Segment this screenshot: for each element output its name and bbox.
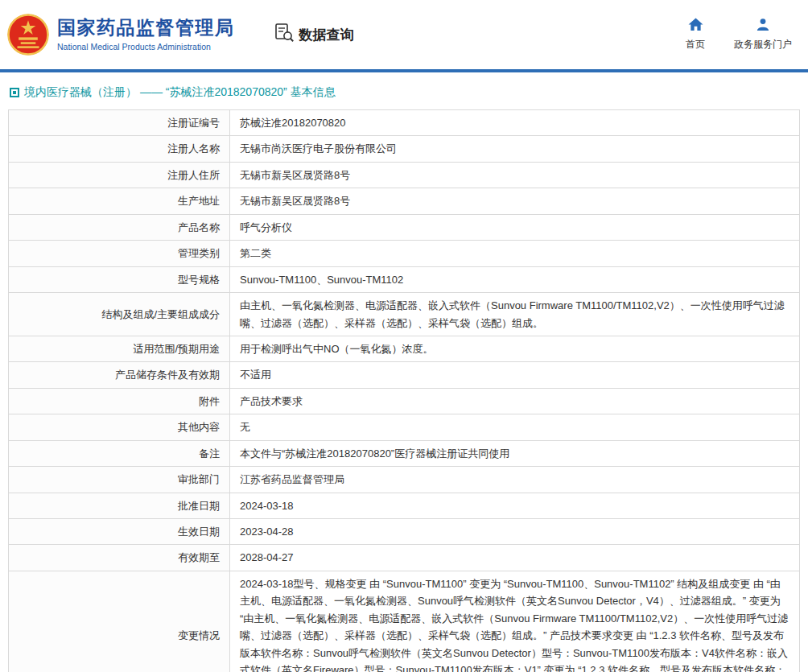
- row-label: 备注: [9, 440, 230, 466]
- row-value-text: 江苏省药品监督管理局: [240, 473, 344, 485]
- registration-info-table: 注册证编号苏械注准20182070820注册人名称无锡市尚沃医疗电子股份有限公司…: [8, 109, 800, 672]
- row-value: 由主机、一氧化氮检测器、电源适配器、嵌入式软件（Sunvou Firmware …: [230, 293, 800, 336]
- row-label-text: 有效期至: [178, 551, 220, 563]
- row-value: 不适用: [230, 362, 800, 388]
- table-row: 变更情况2024-03-18型号、规格变更 由 “Sunvou-TM1100” …: [9, 571, 800, 672]
- brand-text: 国家药品监督管理局 National Medical Products Admi…: [57, 18, 235, 51]
- table-row: 注册人名称无锡市尚沃医疗电子股份有限公司: [9, 136, 800, 162]
- row-label-text: 备注: [199, 447, 220, 460]
- row-value-text: 2028-04-27: [240, 551, 294, 563]
- row-label: 型号规格: [9, 266, 230, 292]
- row-value: 用于检测呼出气中NO（一氧化氮）浓度。: [230, 336, 800, 361]
- row-label-text: 生产地址: [178, 195, 220, 207]
- row-label: 其他内容: [9, 414, 230, 440]
- data-query-nav[interactable]: 数据查询: [274, 23, 354, 47]
- row-value: 江苏省药品监督管理局: [230, 467, 800, 493]
- row-label: 批准日期: [9, 493, 230, 518]
- row-value: 2024-03-18: [230, 493, 800, 518]
- row-value-text: 2024-03-18型号、规格变更 由 “Sunvou-TM1100” 变更为 …: [240, 578, 788, 672]
- row-label: 注册证编号: [9, 110, 230, 136]
- row-value-text: 用于检测呼出气中NO（一氧化氮）浓度。: [240, 343, 434, 355]
- row-label: 结构及组成/主要组成成分: [9, 293, 230, 336]
- row-value-text: 苏械注准20182070820: [240, 117, 346, 129]
- row-label-text: 产品名称: [178, 221, 220, 233]
- site-subtitle: National Medical Products Administration: [57, 42, 235, 52]
- site-title: 国家药品监督管理局: [57, 18, 235, 38]
- row-value-text: 2023-04-28: [240, 526, 294, 538]
- row-value: 产品技术要求: [230, 388, 800, 414]
- row-label: 生效日期: [9, 519, 230, 545]
- table-row: 有效期至2028-04-27: [9, 545, 800, 571]
- row-value: 2028-04-27: [230, 545, 800, 571]
- row-value: Sunvou-TM1100、Sunvou-TM1102: [230, 266, 800, 292]
- row-label-text: 适用范围/预期用途: [133, 343, 220, 355]
- row-label-text: 批准日期: [178, 500, 220, 512]
- row-value: 呼气分析仪: [230, 214, 800, 240]
- breadcrumb-text: 境内医疗器械（注册） —— “苏械注准20182070820” 基本信息: [24, 85, 336, 100]
- table-row: 型号规格Sunvou-TM1100、Sunvou-TM1102: [9, 266, 800, 292]
- nmpa-emblem-logo: [6, 13, 50, 56]
- table-row: 产品名称呼气分析仪: [9, 214, 800, 240]
- table-row: 备注本文件与“苏械注准20182070820”医疗器械注册证共同使用: [9, 440, 800, 466]
- row-label-text: 其他内容: [178, 421, 220, 433]
- table-row: 审批部门江苏省药品监督管理局: [9, 467, 800, 493]
- home-link[interactable]: 首页: [686, 18, 705, 52]
- row-value: 2023-04-28: [230, 519, 800, 545]
- section-icon: [10, 88, 19, 97]
- row-value-text: 不适用: [240, 369, 271, 381]
- row-label-text: 注册证编号: [167, 117, 220, 129]
- row-label-text: 附件: [199, 395, 220, 407]
- brand: 国家药品监督管理局 National Medical Products Admi…: [6, 13, 235, 56]
- table-row: 结构及组成/主要组成成分由主机、一氧化氮检测器、电源适配器、嵌入式软件（Sunv…: [9, 293, 800, 336]
- row-value-text: 2024-03-18: [240, 500, 294, 512]
- table-row: 附件产品技术要求: [9, 388, 800, 414]
- home-label: 首页: [686, 38, 705, 52]
- home-icon: [688, 18, 703, 34]
- breadcrumb: 境内医疗器械（注册） —— “苏械注准20182070820” 基本信息: [10, 85, 800, 100]
- row-value: 苏械注准20182070820: [230, 110, 800, 136]
- portal-label: 政务服务门户: [734, 38, 792, 52]
- user-icon: [756, 18, 770, 34]
- table-row: 管理类别第二类: [9, 241, 800, 266]
- row-label-text: 注册人住所: [167, 169, 220, 181]
- table-row: 生效日期2023-04-28: [9, 519, 800, 545]
- row-value-text: 无锡市新吴区晟贤路8号: [240, 195, 350, 207]
- row-label: 审批部门: [9, 467, 230, 493]
- row-label: 附件: [9, 388, 230, 414]
- row-label: 产品储存条件及有效期: [9, 362, 230, 388]
- table-row: 批准日期2024-03-18: [9, 493, 800, 518]
- row-label-text: 生效日期: [178, 526, 220, 538]
- data-query-icon: [274, 23, 295, 47]
- row-value: 本文件与“苏械注准20182070820”医疗器械注册证共同使用: [230, 440, 800, 466]
- row-value: 第二类: [230, 241, 800, 266]
- row-value-text: Sunvou-TM1100、Sunvou-TM1102: [240, 274, 403, 286]
- row-label: 变更情况: [9, 571, 230, 672]
- row-value: 无锡市尚沃医疗电子股份有限公司: [230, 136, 800, 162]
- row-value-text: 由主机、一氧化氮检测器、电源适配器、嵌入式软件（Sunvou Firmware …: [240, 299, 785, 328]
- row-value-text: 无: [240, 421, 250, 433]
- portal-link[interactable]: 政务服务门户: [734, 18, 792, 52]
- table-row: 注册证编号苏械注准20182070820: [9, 110, 800, 136]
- row-value: 无锡市新吴区晟贤路8号: [230, 162, 800, 188]
- row-label: 注册人住所: [9, 162, 230, 188]
- site-header: 国家药品监督管理局 National Medical Products Admi…: [0, 0, 808, 69]
- row-value-text: 第二类: [240, 247, 271, 259]
- row-label-text: 型号规格: [178, 274, 220, 286]
- table-row: 注册人住所无锡市新吴区晟贤路8号: [9, 162, 800, 188]
- row-value-text: 无锡市新吴区晟贤路8号: [240, 169, 350, 181]
- row-value: 2024-03-18型号、规格变更 由 “Sunvou-TM1100” 变更为 …: [230, 571, 800, 672]
- data-query-label: 数据查询: [299, 26, 354, 44]
- row-label: 注册人名称: [9, 136, 230, 162]
- row-label-text: 审批部门: [178, 473, 220, 485]
- row-value-text: 无锡市尚沃医疗电子股份有限公司: [240, 142, 397, 155]
- row-label: 有效期至: [9, 545, 230, 571]
- row-value: 无锡市新吴区晟贤路8号: [230, 188, 800, 214]
- row-value-text: 本文件与“苏械注准20182070820”医疗器械注册证共同使用: [240, 447, 509, 460]
- row-label-text: 变更情况: [178, 629, 220, 641]
- row-label-text: 管理类别: [178, 247, 220, 259]
- row-label-text: 注册人名称: [167, 142, 220, 155]
- row-label: 产品名称: [9, 214, 230, 240]
- row-value-text: 呼气分析仪: [240, 221, 292, 233]
- info-table-body: 注册证编号苏械注准20182070820注册人名称无锡市尚沃医疗电子股份有限公司…: [9, 110, 800, 672]
- table-row: 适用范围/预期用途用于检测呼出气中NO（一氧化氮）浓度。: [9, 336, 800, 361]
